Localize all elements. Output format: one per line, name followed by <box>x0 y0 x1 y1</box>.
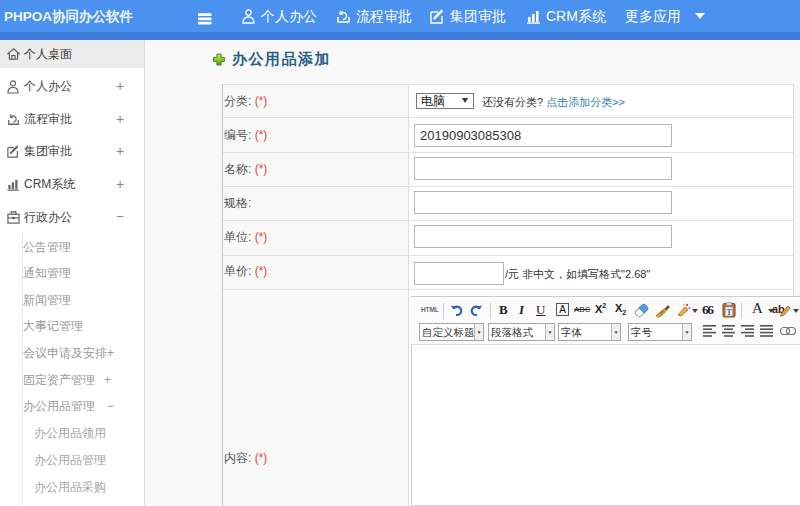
svg-text:T: T <box>726 307 732 317</box>
